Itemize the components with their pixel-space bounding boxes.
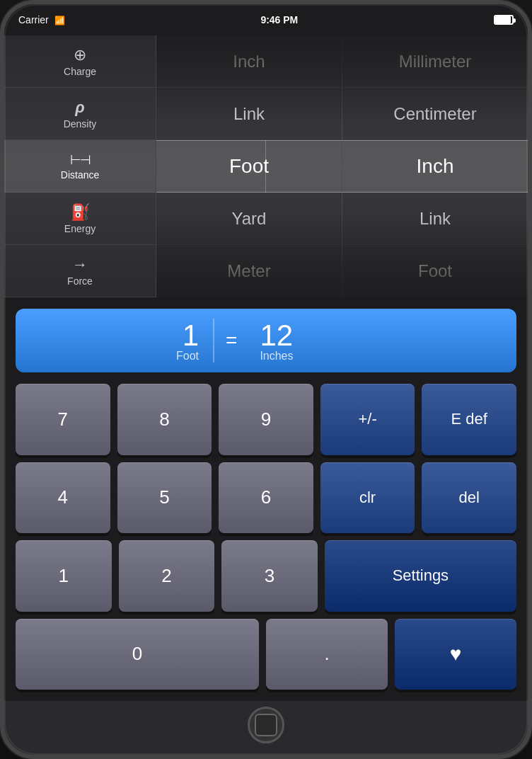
force-label: Force: [67, 275, 93, 287]
key-plus-minus[interactable]: +/-: [320, 384, 415, 455]
main-content: ⊕ Charge ρ Density ⊢⊣ Distance ⛽ Energy …: [4, 35, 528, 701]
unit-item-foot-left[interactable]: Foot: [156, 140, 342, 193]
key-dot[interactable]: .: [266, 619, 388, 690]
key-7[interactable]: 7: [16, 384, 110, 455]
keypad-row-3: 1 2 3 Settings: [16, 540, 516, 612]
result-left[interactable]: 1 Foot: [16, 319, 214, 363]
distance-label: Distance: [61, 169, 99, 181]
energy-label: Energy: [64, 223, 96, 234]
key-3[interactable]: 3: [221, 540, 318, 612]
energy-icon: ⛽: [71, 203, 90, 222]
category-item-distance[interactable]: ⊢⊣ Distance: [4, 140, 156, 193]
category-item-force[interactable]: → Force: [4, 245, 156, 297]
key-4[interactable]: 4: [16, 462, 110, 534]
unit-item-inch-left[interactable]: Inch: [156, 35, 342, 88]
result-display: 1 Foot = 12 Inches: [16, 309, 516, 372]
distance-icon: ⊢⊣: [70, 152, 90, 168]
unit-item-link-left[interactable]: Link: [156, 88, 342, 140]
input-unit: Foot: [176, 350, 199, 363]
key-6[interactable]: 6: [219, 462, 313, 534]
keypad-row-1: 7 8 9 +/- E def: [16, 384, 516, 455]
density-label: Density: [64, 118, 97, 130]
unit-item-yard-left[interactable]: Yard: [156, 193, 342, 245]
density-icon: ρ: [75, 98, 84, 117]
key-heart[interactable]: ♥: [395, 619, 516, 690]
keypad: 7 8 9 +/- E def 4 5 6 clr del 1 2 3 Sett…: [4, 384, 528, 701]
home-button[interactable]: [248, 707, 284, 743]
keypad-row-2: 4 5 6 clr del: [16, 462, 516, 534]
unit-item-millimeter-right[interactable]: Millimeter: [342, 35, 528, 88]
unit-item-link-right[interactable]: Link: [342, 193, 528, 245]
status-bar: Carrier 📶 9:46 PM: [4, 4, 528, 35]
ipad-device: Carrier 📶 9:46 PM ⊕ Charge ρ Density: [0, 0, 532, 759]
key-5[interactable]: 5: [117, 462, 212, 534]
unit-columns: Inch Link Foot Yard Meter Millimeter Cen…: [156, 35, 528, 297]
key-clr[interactable]: clr: [320, 462, 415, 534]
left-unit-column[interactable]: Inch Link Foot Yard Meter: [156, 35, 342, 297]
key-del[interactable]: del: [422, 462, 516, 534]
key-1[interactable]: 1: [16, 540, 112, 612]
right-unit-column[interactable]: Millimeter Centimeter Inch Link Foot: [342, 35, 528, 297]
picker-area[interactable]: ⊕ Charge ρ Density ⊢⊣ Distance ⛽ Energy …: [4, 35, 528, 297]
key-9[interactable]: 9: [219, 384, 313, 455]
force-icon: →: [72, 256, 88, 274]
category-item-energy[interactable]: ⛽ Energy: [4, 193, 156, 245]
charge-icon: ⊕: [74, 46, 86, 64]
key-0[interactable]: 0: [16, 619, 259, 690]
category-item-charge[interactable]: ⊕ Charge: [4, 35, 156, 88]
category-item-density[interactable]: ρ Density: [4, 88, 156, 140]
output-unit: Inches: [260, 350, 293, 363]
battery-icon: [494, 15, 514, 25]
output-value: 12: [260, 319, 293, 353]
unit-item-foot-right[interactable]: Foot: [342, 245, 528, 297]
key-2[interactable]: 2: [119, 540, 215, 612]
wifi-icon: 📶: [54, 16, 65, 25]
key-8[interactable]: 8: [117, 384, 212, 455]
result-right[interactable]: 12 Inches: [248, 319, 516, 363]
equals-sign: =: [214, 329, 248, 352]
unit-item-inch-right[interactable]: Inch: [342, 140, 528, 193]
carrier-label: Carrier 📶: [18, 14, 65, 25]
charge-label: Charge: [64, 66, 96, 77]
keypad-row-4: 0 . ♥: [16, 619, 516, 690]
time-label: 9:46 PM: [260, 14, 298, 25]
input-value: 1: [183, 319, 199, 353]
key-settings[interactable]: Settings: [325, 540, 516, 612]
unit-item-centimeter-right[interactable]: Centimeter: [342, 88, 528, 140]
unit-item-meter-left[interactable]: Meter: [156, 245, 342, 297]
home-button-inner: [255, 714, 277, 736]
key-edef[interactable]: E def: [422, 384, 516, 455]
category-column: ⊕ Charge ρ Density ⊢⊣ Distance ⛽ Energy …: [4, 35, 156, 297]
